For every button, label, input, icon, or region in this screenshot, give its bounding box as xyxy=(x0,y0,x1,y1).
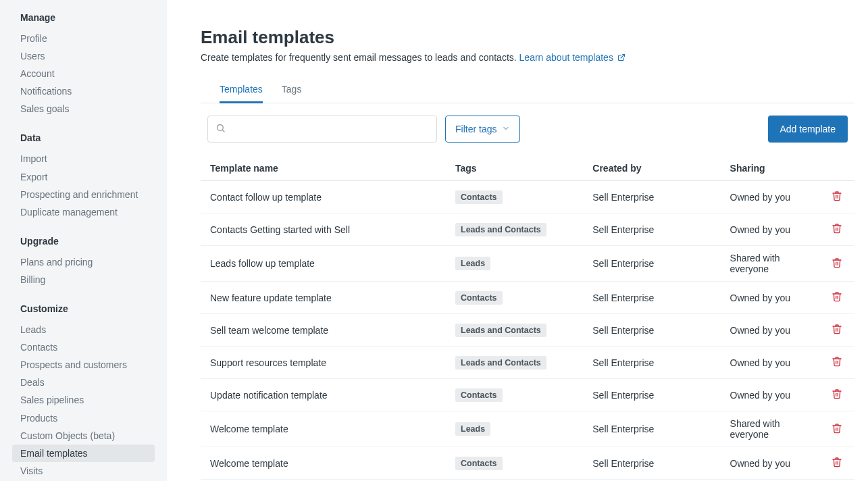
sidebar-heading: Data xyxy=(20,132,155,143)
sidebar-item-billing[interactable]: Billing xyxy=(12,271,155,288)
sidebar-item-sales-goals[interactable]: Sales goals xyxy=(12,100,155,118)
add-template-button[interactable]: Add template xyxy=(768,116,848,143)
cell-tags: Leads xyxy=(446,246,583,282)
sidebar-item-export[interactable]: Export xyxy=(12,168,155,186)
column-header-tags: Tags xyxy=(446,156,583,181)
sidebar-item-pipelines[interactable]: Sales pipelines xyxy=(12,391,155,409)
column-header-created: Created by xyxy=(583,156,720,181)
tag-pill: Contacts xyxy=(455,388,502,402)
tag-pill: Contacts xyxy=(455,291,502,305)
cell-created-by: Sell Enterprise xyxy=(583,181,720,213)
tab-tags[interactable]: Tags xyxy=(282,78,302,103)
filter-tags-button[interactable]: Filter tags xyxy=(445,116,520,143)
cell-created-by: Sell Enterprise xyxy=(583,213,720,246)
cell-actions xyxy=(819,282,854,314)
sidebar-section: CustomizeLeadsContactsProspects and cust… xyxy=(12,303,155,480)
cell-created-by: Sell Enterprise xyxy=(583,314,720,347)
sidebar-item-duplicates[interactable]: Duplicate management xyxy=(12,203,155,221)
sidebar-item-users[interactable]: Users xyxy=(12,47,155,65)
sidebar-item-custom-obj[interactable]: Custom Objects (beta) xyxy=(12,427,155,445)
svg-point-1 xyxy=(218,125,224,131)
table-header-row: Template name Tags Created by Sharing xyxy=(201,156,854,181)
delete-button[interactable] xyxy=(829,353,845,372)
cell-created-by: Sell Enterprise xyxy=(583,411,720,447)
trash-icon xyxy=(832,193,842,203)
cell-sharing: Owned by you xyxy=(721,447,819,480)
cell-actions xyxy=(819,246,854,282)
table-row[interactable]: Welcome templateContactsSell EnterpriseO… xyxy=(201,447,854,480)
cell-actions xyxy=(819,411,854,447)
svg-line-0 xyxy=(621,55,625,59)
table-row[interactable]: Contact follow up templateContactsSell E… xyxy=(201,181,854,213)
cell-sharing: Shared with everyone xyxy=(721,246,819,282)
table-row[interactable]: Leads follow up templateLeadsSell Enterp… xyxy=(201,246,854,282)
sidebar-heading: Manage xyxy=(20,12,155,23)
delete-button[interactable] xyxy=(829,188,845,206)
sidebar-section: UpgradePlans and pricingBilling xyxy=(12,236,155,288)
table-row[interactable]: Contacts Getting started with SellLeads … xyxy=(201,213,854,246)
delete-button[interactable] xyxy=(829,420,845,438)
table-row[interactable]: Welcome templateLeadsSell EnterpriseShar… xyxy=(201,411,854,447)
column-header-sharing: Sharing xyxy=(721,156,819,181)
sidebar-item-account[interactable]: Account xyxy=(12,65,155,82)
cell-tags: Contacts xyxy=(446,181,583,213)
search-icon xyxy=(215,123,226,135)
sidebar-item-prospects[interactable]: Prospects and customers xyxy=(12,356,155,374)
search-input[interactable] xyxy=(207,116,437,143)
trash-icon xyxy=(832,359,842,369)
templates-table: Template name Tags Created by Sharing Co… xyxy=(201,156,854,480)
cell-sharing: Owned by you xyxy=(721,181,819,213)
delete-button[interactable] xyxy=(829,288,845,307)
sidebar-item-plans[interactable]: Plans and pricing xyxy=(12,253,155,271)
delete-button[interactable] xyxy=(829,255,845,273)
cell-sharing: Owned by you xyxy=(721,379,819,411)
cell-sharing: Owned by you xyxy=(721,282,819,314)
page-subtitle-text: Create templates for frequently sent ema… xyxy=(201,52,519,63)
sidebar-heading: Upgrade xyxy=(20,236,155,247)
page-subtitle: Create templates for frequently sent ema… xyxy=(201,52,854,64)
sidebar-item-profile[interactable]: Profile xyxy=(12,30,155,47)
cell-tags: Leads xyxy=(446,411,583,447)
cell-sharing: Owned by you xyxy=(721,314,819,347)
table-row[interactable]: Sell team welcome templateLeads and Cont… xyxy=(201,314,854,347)
delete-button[interactable] xyxy=(829,386,845,404)
app-root: ManageProfileUsersAccountNotificationsSa… xyxy=(0,0,868,481)
sidebar-item-deals[interactable]: Deals xyxy=(12,374,155,391)
cell-actions xyxy=(819,447,854,480)
tag-pill: Leads and Contacts xyxy=(455,356,546,370)
cell-created-by: Sell Enterprise xyxy=(583,246,720,282)
cell-template-name: Welcome template xyxy=(201,447,446,480)
page-title: Email templates xyxy=(201,27,854,48)
table-row[interactable]: New feature update templateContactsSell … xyxy=(201,282,854,314)
sidebar-item-email-templates[interactable]: Email templates xyxy=(12,445,155,462)
cell-actions xyxy=(819,181,854,213)
trash-icon xyxy=(832,426,842,436)
sidebar-item-prospecting[interactable]: Prospecting and enrichment xyxy=(12,186,155,203)
sidebar-item-leads[interactable]: Leads xyxy=(12,321,155,338)
tag-pill: Leads and Contacts xyxy=(455,223,546,236)
delete-button[interactable] xyxy=(829,220,845,238)
main-content: Email templates Create templates for fre… xyxy=(167,0,868,481)
learn-more-link[interactable]: Learn about templates xyxy=(519,52,626,63)
search-box xyxy=(207,116,437,143)
cell-template-name: Contact follow up template xyxy=(201,181,446,213)
sidebar-item-import[interactable]: Import xyxy=(12,150,155,168)
sidebar-item-notifications[interactable]: Notifications xyxy=(12,82,155,100)
table-row[interactable]: Support resources templateLeads and Cont… xyxy=(201,347,854,379)
cell-template-name: Support resources template xyxy=(201,347,446,379)
sidebar-heading: Customize xyxy=(20,303,155,314)
table-row[interactable]: Update notification templateContactsSell… xyxy=(201,379,854,411)
sidebar-item-products[interactable]: Products xyxy=(12,409,155,427)
delete-button[interactable] xyxy=(829,454,845,472)
cell-sharing: Owned by you xyxy=(721,347,819,379)
chevron-down-icon xyxy=(502,124,510,134)
delete-button[interactable] xyxy=(829,321,845,339)
tab-templates[interactable]: Templates xyxy=(220,78,263,103)
trash-icon xyxy=(832,459,842,470)
cell-actions xyxy=(819,347,854,379)
tag-pill: Leads and Contacts xyxy=(455,324,546,337)
sidebar-item-contacts[interactable]: Contacts xyxy=(12,338,155,356)
sidebar-item-visits[interactable]: Visits xyxy=(12,462,155,480)
cell-template-name: Update notification template xyxy=(201,379,446,411)
sidebar-section: ManageProfileUsersAccountNotificationsSa… xyxy=(12,12,155,118)
